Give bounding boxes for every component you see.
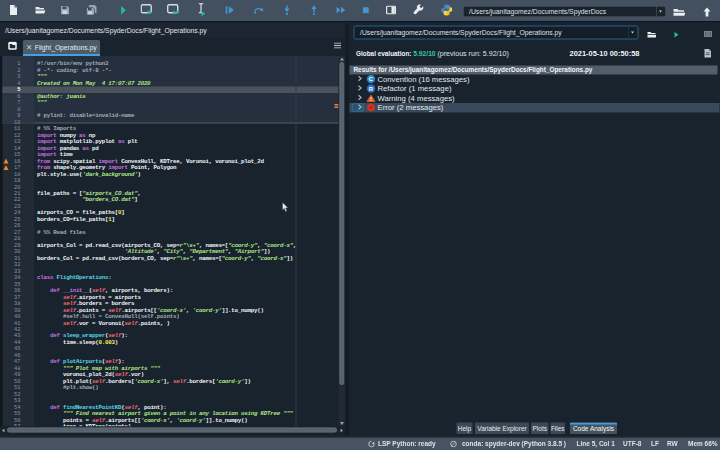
svg-text:C: C (369, 76, 374, 82)
svg-text:R: R (369, 85, 374, 91)
